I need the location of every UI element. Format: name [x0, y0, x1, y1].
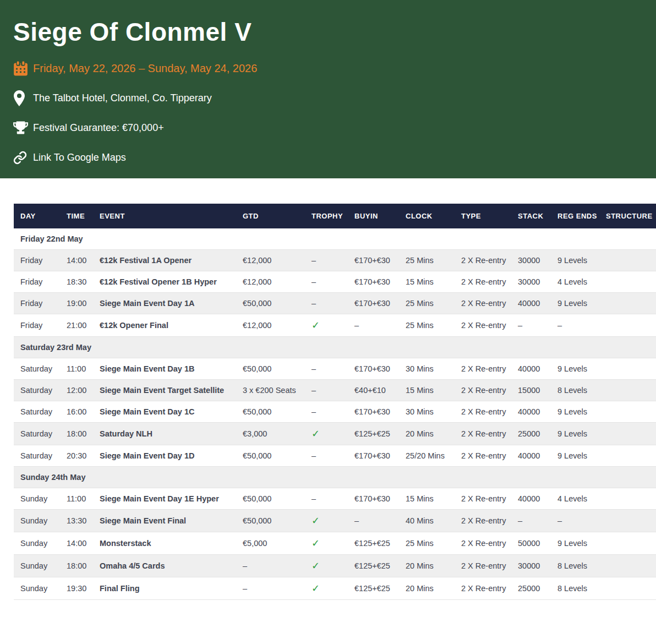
day-cell: Saturday	[14, 380, 60, 401]
reg-ends-cell: 4 Levels	[551, 488, 599, 510]
event-cell: Siege Main Event Day 1E Hyper	[93, 488, 236, 510]
time-cell: 19:30	[60, 577, 93, 600]
stack-cell: 40000	[511, 358, 551, 380]
type-cell: 2 X Re-entry	[455, 293, 511, 314]
gtd-cell: 3 x €200 Seats	[236, 380, 305, 401]
time-cell: 12:00	[60, 380, 93, 401]
trophy-cell: ✓	[305, 555, 348, 577]
time-cell: 18:30	[60, 271, 93, 293]
trophy-cell: –	[305, 358, 348, 380]
day-cell: Sunday	[14, 577, 60, 600]
event-row: Saturday 20:30 Siege Main Event Day 1D €…	[14, 445, 656, 467]
event-row: Saturday 16:00 Siege Main Event Day 1C €…	[14, 401, 656, 423]
structure-cell	[599, 510, 656, 532]
column-header-trophy: TROPHY	[305, 204, 348, 228]
trophy-cell: ✓	[305, 577, 348, 600]
event-cell: €12k Opener Final	[93, 314, 236, 337]
link-icon	[13, 151, 30, 165]
clock-cell: 25 Mins	[399, 250, 455, 271]
trophy-cell: ✓	[305, 510, 348, 532]
reg-ends-cell: –	[551, 314, 599, 337]
gtd-cell: €50,000	[236, 445, 305, 467]
column-header-structure: STRUCTURE	[599, 204, 656, 228]
day-cell: Sunday	[14, 488, 60, 510]
day-cell: Saturday	[14, 358, 60, 380]
gtd-cell: €12,000	[236, 250, 305, 271]
type-cell: 2 X Re-entry	[455, 532, 511, 555]
structure-cell	[599, 423, 656, 445]
type-cell: 2 X Re-entry	[455, 510, 511, 532]
event-cell: €12k Festival Opener 1B Hyper	[93, 271, 236, 293]
clock-cell: 30 Mins	[399, 401, 455, 423]
structure-cell	[599, 271, 656, 293]
type-cell: 2 X Re-entry	[455, 250, 511, 271]
day-section-label: Saturday 23rd May	[14, 337, 656, 358]
buyin-cell: –	[348, 314, 399, 337]
stack-cell: –	[511, 314, 551, 337]
column-header-type: TYPE	[455, 204, 511, 228]
stack-cell: 25000	[511, 423, 551, 445]
reg-ends-cell: 9 Levels	[551, 532, 599, 555]
event-row: Friday 19:00 Siege Main Event Day 1A €50…	[14, 293, 656, 314]
stack-cell: 30000	[511, 555, 551, 577]
event-row: Sunday 14:00 Monsterstack €5,000 ✓ €125+…	[14, 532, 656, 555]
day-cell: Saturday	[14, 401, 60, 423]
stack-cell: 40000	[511, 488, 551, 510]
event-cell: Siege Main Event Day 1B	[93, 358, 236, 380]
clock-cell: 40 Mins	[399, 510, 455, 532]
google-maps-link[interactable]: Link To Google Maps	[33, 152, 126, 163]
day-section-label: Sunday 24th May	[14, 467, 656, 488]
reg-ends-cell: 8 Levels	[551, 577, 599, 600]
reg-ends-cell: 8 Levels	[551, 555, 599, 577]
reg-ends-cell: 9 Levels	[551, 293, 599, 314]
column-header-reg-ends: REG ENDS	[551, 204, 599, 228]
gtd-cell: €3,000	[236, 423, 305, 445]
clock-cell: 20 Mins	[399, 555, 455, 577]
trophy-check-icon: ✓	[311, 515, 320, 526]
reg-ends-cell: 9 Levels	[551, 358, 599, 380]
calendar-icon	[13, 61, 30, 76]
trophy-cell: –	[305, 488, 348, 510]
stack-cell: –	[511, 510, 551, 532]
day-cell: Friday	[14, 250, 60, 271]
event-row: Friday 21:00 €12k Opener Final €12,000 ✓…	[14, 314, 656, 337]
reg-ends-cell: 9 Levels	[551, 401, 599, 423]
event-row: Friday 18:30 €12k Festival Opener 1B Hyp…	[14, 271, 656, 293]
guarantee-text: Festival Guarantee: €70,000+	[33, 122, 164, 134]
clock-cell: 20 Mins	[399, 423, 455, 445]
clock-cell: 15 Mins	[399, 380, 455, 401]
trophy-check-icon: ✓	[311, 428, 320, 439]
clock-cell: 30 Mins	[399, 358, 455, 380]
column-header-gtd: GTD	[236, 204, 305, 228]
venue-row: The Talbot Hotel, Clonmel, Co. Tipperary	[13, 90, 643, 106]
event-cell: €12k Festival 1A Opener	[93, 250, 236, 271]
event-cell: Omaha 4/5 Cards	[93, 555, 236, 577]
trophy-icon	[13, 121, 30, 134]
clock-cell: 15 Mins	[399, 271, 455, 293]
trophy-cell: –	[305, 250, 348, 271]
column-header-time: TIME	[60, 204, 93, 228]
trophy-check-icon: ✓	[311, 320, 320, 331]
time-cell: 14:00	[60, 250, 93, 271]
gtd-cell: €50,000	[236, 510, 305, 532]
reg-ends-cell: 8 Levels	[551, 380, 599, 401]
event-row: Friday 14:00 €12k Festival 1A Opener €12…	[14, 250, 656, 271]
type-cell: 2 X Re-entry	[455, 488, 511, 510]
day-cell: Sunday	[14, 555, 60, 577]
column-header-stack: STACK	[511, 204, 551, 228]
event-row: Sunday 19:30 Final Fling – ✓ €125+€25 20…	[14, 577, 656, 600]
type-cell: 2 X Re-entry	[455, 445, 511, 467]
buyin-cell: €170+€30	[348, 250, 399, 271]
type-cell: 2 X Re-entry	[455, 314, 511, 337]
event-row: Sunday 13:30 Siege Main Event Final €50,…	[14, 510, 656, 532]
event-cell: Final Fling	[93, 577, 236, 600]
day-section-row: Saturday 23rd May	[14, 337, 656, 358]
structure-cell	[599, 577, 656, 600]
event-cell: Siege Main Event Target Satellite	[93, 380, 236, 401]
buyin-cell: €125+€25	[348, 423, 399, 445]
trophy-check-icon: ✓	[311, 538, 320, 549]
stack-cell: 40000	[511, 445, 551, 467]
column-header-day: DAY	[14, 204, 60, 228]
gtd-cell: –	[236, 555, 305, 577]
gtd-cell: €5,000	[236, 532, 305, 555]
